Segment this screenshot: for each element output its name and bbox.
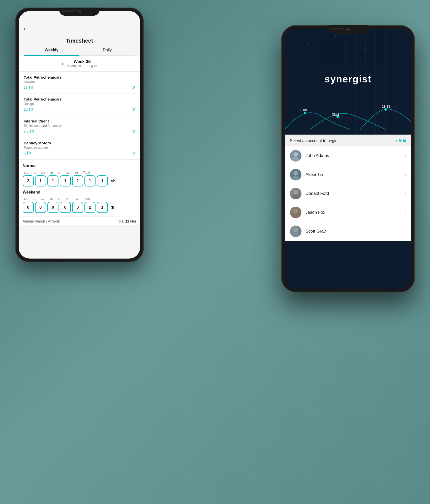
- avatar-initials-donald: [290, 188, 301, 199]
- normal-fr[interactable]: 2: [72, 175, 83, 186]
- weekend-sa[interactable]: 2: [84, 202, 96, 213]
- phone2-camera: [346, 28, 350, 31]
- timesheet-entry-4[interactable]: Bentley Motors Template update 5 Hr ⏱: [19, 137, 140, 159]
- synergist-logo: synergist: [325, 74, 372, 85]
- normal-su[interactable]: 1: [97, 175, 108, 186]
- weekend-we[interactable]: 0: [47, 202, 58, 213]
- account-item-scott[interactable]: Scott Gray ›: [285, 222, 411, 241]
- add-account-button[interactable]: + Add: [395, 139, 406, 143]
- day-label-th1: Th: [48, 171, 55, 174]
- day-label-mo2: Mo: [23, 198, 30, 201]
- normal-mo[interactable]: 2: [23, 175, 34, 186]
- entry-project-2: Design: [24, 102, 135, 106]
- weekend-th[interactable]: 0: [60, 202, 71, 213]
- timesheet-entry-1[interactable]: Total Petrochemicals Artwork 27 Hr ⏱: [19, 72, 140, 93]
- entry-client-3: Internal Client: [24, 119, 135, 123]
- week-number: Week 35: [67, 59, 97, 64]
- weekend-su[interactable]: 1: [97, 202, 108, 213]
- chevron-jason: ›: [405, 210, 406, 215]
- phone2-speaker: [330, 28, 344, 29]
- avatar-john-adams: [290, 150, 301, 162]
- entry-hours-4: 5 Hr: [24, 151, 31, 155]
- weekend-section-title: Weekend: [23, 190, 136, 195]
- entry-row-1: 27 Hr ⏱: [24, 85, 135, 90]
- avatar-alexa-tin: [290, 169, 301, 180]
- entry-timer-icon-1: ⏱: [132, 85, 135, 89]
- timesheet-footer: Annual Report / Artwork Total 12 Hrs: [23, 216, 136, 223]
- entry-project-1: Artwork: [24, 80, 135, 84]
- entry-client-2: Total Petrochemicals: [24, 97, 135, 101]
- entry-project-3: Exhibition stand for launch: [24, 124, 135, 128]
- entry-timer-icon-2: ⏱: [132, 107, 135, 111]
- avatar-scott-gray: [290, 226, 301, 237]
- entry-row-2: 20 Hr ⏱: [24, 107, 135, 112]
- day-label-sa1: Sa: [64, 171, 71, 174]
- tab-weekly[interactable]: Weekly: [24, 48, 79, 56]
- normal-th[interactable]: 1: [60, 175, 71, 186]
- back-button[interactable]: ‹: [24, 26, 25, 32]
- svg-point-13: [335, 36, 336, 37]
- accounts-panel: Select an account to begin + Add John Ad…: [285, 135, 411, 241]
- svg-point-14: [365, 48, 366, 49]
- timesheet-tabs: Weekly Daily: [24, 48, 135, 56]
- chevron-alexa: ›: [405, 172, 406, 177]
- timesheet-entry-3[interactable]: Internal Client Exhibition stand for lau…: [19, 115, 140, 137]
- avatar-initials-jason: [290, 207, 301, 218]
- day-label-we2: We: [39, 198, 46, 201]
- normal-sa[interactable]: 1: [84, 175, 96, 186]
- day-label-sa2: Sa: [64, 198, 71, 201]
- avatar-jason-fox: [290, 207, 301, 218]
- svg-point-18: [300, 66, 300, 67]
- avatar-initials-scott: [290, 226, 301, 237]
- phone1-speaker: [60, 10, 76, 12]
- phone-synergist: synergist 56.88 45.18 23.33: [281, 25, 415, 292]
- weekend-tu[interactable]: 0: [35, 202, 46, 213]
- account-name-alexa: Alexa Tin: [305, 172, 405, 177]
- chevron-donald: ›: [405, 191, 406, 196]
- day-label-fr1: Fr: [56, 171, 63, 174]
- account-item-john[interactable]: John Adams ›: [285, 146, 411, 165]
- day-label-tu2: Tu: [31, 198, 38, 201]
- day-label-tu1: Tu: [31, 171, 38, 174]
- phone1-screen: ‹ Timesheet Weekly Daily ‹ Week 35 21 Au…: [19, 11, 140, 259]
- normal-we[interactable]: 1: [47, 175, 58, 186]
- phone2-screen: synergist 56.88 45.18 23.33: [285, 29, 411, 289]
- day-label-fr2: Fr: [56, 198, 63, 201]
- timesheet-header: ‹ Timesheet Weekly Daily: [19, 11, 140, 56]
- svg-point-27: [293, 152, 298, 157]
- footer-total: Total 12 Hrs: [117, 219, 136, 223]
- week-prev-arrow[interactable]: ‹: [62, 61, 64, 67]
- account-name-jason: Jason Fox: [305, 210, 405, 215]
- normal-total-value: 9h: [111, 179, 116, 183]
- normal-day-row: 2 1 1 1 2 1 1 9h: [23, 175, 136, 186]
- timesheet-entry-2[interactable]: Total Petrochemicals Design 20 Hr ⏱: [19, 93, 140, 115]
- tab-daily[interactable]: Daily: [79, 48, 135, 55]
- phone1-camera: [78, 10, 81, 13]
- svg-point-16: [322, 54, 323, 54]
- weekend-fr[interactable]: 0: [72, 202, 83, 213]
- entry-client-1: Total Petrochemicals: [24, 75, 135, 79]
- day-label-su2: Su: [73, 198, 80, 201]
- weekend-total-value: 3h: [111, 205, 116, 210]
- account-item-alexa[interactable]: Alexa Tin ›: [285, 165, 411, 184]
- entry-hours-3: 7.5 Hr: [24, 129, 34, 134]
- day-label-mo1: Mo: [23, 171, 30, 174]
- avatar-donald-ford: [290, 188, 301, 199]
- account-name-scott: Scott Gray: [305, 229, 405, 234]
- account-item-jason[interactable]: Jason Fox ›: [285, 203, 411, 222]
- svg-point-32: [292, 195, 299, 199]
- account-item-donald[interactable]: Donald Ford ›: [285, 184, 411, 203]
- weekend-mo[interactable]: 0: [23, 202, 34, 213]
- normal-tu[interactable]: 1: [35, 175, 46, 186]
- phone-timesheet: ‹ Timesheet Weekly Daily ‹ Week 35 21 Au…: [15, 8, 144, 262]
- avatar-initials-john: [290, 150, 301, 162]
- svg-text:23.33: 23.33: [382, 105, 390, 108]
- account-name-john: John Adams: [305, 153, 405, 158]
- account-name-donald: Donald Ford: [305, 191, 405, 196]
- svg-point-33: [293, 209, 298, 213]
- svg-point-28: [292, 157, 299, 162]
- svg-point-21: [304, 112, 306, 114]
- day-label-we1: We: [39, 171, 46, 174]
- entry-hours-2: 20 Hr: [24, 107, 33, 112]
- weekend-total-header: Total: [83, 197, 90, 201]
